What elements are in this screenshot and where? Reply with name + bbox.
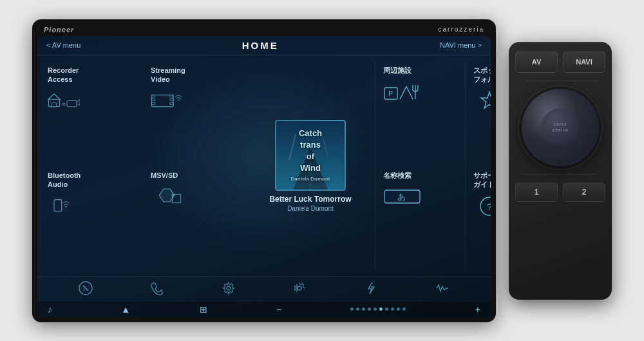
spot-folder-icon [473,88,491,111]
content-area: RecorderAccess [37,55,491,277]
dot-1 [350,307,354,311]
minus-btn[interactable]: − [276,304,281,315]
msvsd-icon [151,184,183,209]
svg-point-32 [227,286,231,290]
remote-dial[interactable]: carrozzeria [522,89,599,166]
bottom-icon-bar: ♪ [37,277,491,302]
streaming-icon [151,88,183,113]
main-container: Pioneer carrozzeria < AV menu HOME NAVI … [32,19,612,322]
progress-dots [350,307,406,311]
dot-7 [385,307,388,311]
dot-10 [402,307,406,311]
lightning-icon[interactable] [364,281,378,298]
pioneer-logo: Pioneer [44,26,74,34]
svg-rect-9 [170,102,173,104]
nearby-icon: P [383,79,422,102]
svg-rect-2 [67,101,77,107]
svg-rect-0 [49,99,60,107]
plus-btn[interactable]: + [475,304,480,315]
dial-inner: carrozzeria [541,108,580,147]
dot-2 [356,307,359,311]
name-search-item[interactable]: 名称検索 あ [375,166,465,271]
dot-8 [391,307,394,311]
center-panel: CatchtransofWind Daniela Dumont Better L… [246,61,375,271]
spot-folder-label: スポットフォルダ [473,66,491,84]
top-nav: < AV menu HOME NAVI menu > [37,36,491,55]
remote-top-buttons: AV NAVI [515,51,605,73]
msvsd-label: MSV/SD [151,171,178,180]
streaming-video-label: StreamingVideo [151,66,185,84]
support-guide-icon: ? [473,193,491,217]
svg-text:♪: ♪ [82,286,86,293]
recorder-access-item[interactable]: RecorderAccess [40,61,143,166]
name-search-icon: あ [383,184,422,207]
navi-button[interactable]: NAVI [563,51,605,73]
svg-text:?: ? [487,202,491,212]
streaming-video-item[interactable]: StreamingVideo [143,61,246,166]
carrozzeria-logo: carrozzeria [439,26,484,33]
bluetooth-icon [48,193,80,219]
svg-rect-6 [152,102,155,104]
remote-separator-2 [524,174,596,175]
navi-menu-button[interactable]: NAVI menu > [440,41,482,49]
bluetooth-label: BluetoothAudio [48,171,80,190]
audio-icon[interactable] [292,281,307,298]
nav-arrow-btn[interactable]: ▲ [121,304,130,315]
settings-icon[interactable] [222,281,236,298]
music-note-btn[interactable]: ♪ [48,304,52,315]
album-art[interactable]: CatchtransofWind Daniela Dumont [275,120,346,191]
svg-rect-8 [170,99,173,101]
dot-4 [368,307,371,311]
bluetooth-audio-item[interactable]: BluetoothAudio [40,166,143,271]
dot-5 [374,307,377,311]
nearby-facilities-item[interactable]: 周辺施設 P [375,61,465,166]
brand-bar: Pioneer carrozzeria [37,24,491,36]
av-button[interactable]: AV [515,51,558,73]
nearby-label: 周辺施設 [383,66,412,75]
waveform-icon[interactable] [435,281,450,298]
phone-icon[interactable] [150,281,164,298]
svg-text:あ: あ [397,192,406,202]
dot-3 [362,307,365,311]
mute-icon[interactable]: ♪ [79,281,93,298]
name-search-label: 名称検索 [383,171,412,180]
svg-point-33 [298,286,301,290]
remote-btn-2[interactable]: 2 [563,182,605,202]
apps-grid-btn[interactable]: ⊞ [200,304,207,315]
transport-bar: ♪ ▲ ⊞ − + [37,302,491,317]
svg-rect-21 [54,199,62,211]
svg-marker-20 [481,92,491,108]
support-guide-label: サポートガイド [473,171,491,190]
svg-text:P: P [388,90,393,97]
remote-separator [524,81,596,81]
svg-rect-5 [152,99,155,101]
remote-btn-1[interactable]: 1 [515,182,558,202]
remote-bottom-buttons: 1 2 [515,182,605,202]
recorder-access-label: RecorderAccess [48,66,79,84]
dial-logo: carrozzeria [553,122,569,133]
av-menu-button[interactable]: < AV menu [46,41,80,49]
msvsd-item[interactable]: MSV/SD [143,166,246,271]
home-title: HOME [242,40,279,51]
head-unit: Pioneer carrozzeria < AV menu HOME NAVI … [32,19,496,322]
album-art-subtext: Daniela Dumont [291,175,330,182]
track-artist: Daniela Dumont [287,205,334,212]
support-guide-item[interactable]: サポートガイド ? [465,166,491,271]
spot-folder-item[interactable]: スポットフォルダ [465,61,491,166]
screen: < AV menu HOME NAVI menu > RecorderAcces… [37,36,491,317]
remote-control: AV NAVI carrozzeria 1 2 [509,42,612,300]
svg-rect-1 [52,102,57,107]
recorder-icon [48,88,80,113]
dot-9 [397,307,400,311]
album-art-text: CatchtransofWind Daniela Dumont [291,128,330,183]
dot-6 [379,307,383,311]
track-title: Better Luck Tomorrow [269,195,351,204]
